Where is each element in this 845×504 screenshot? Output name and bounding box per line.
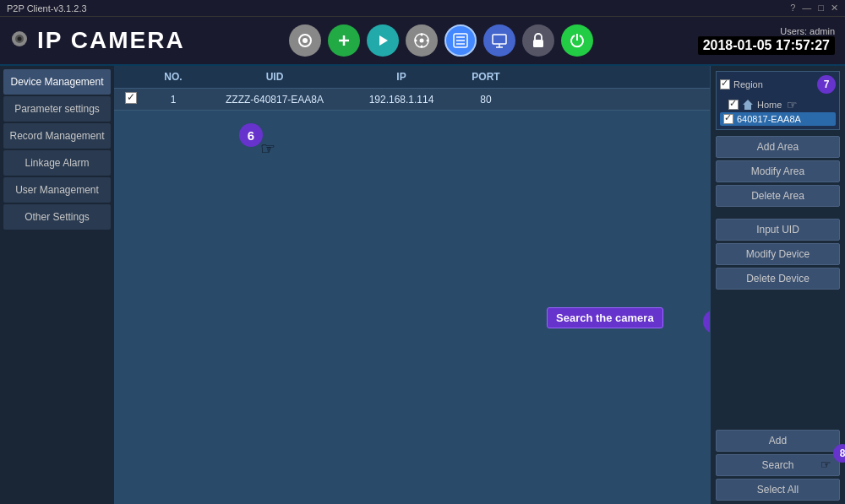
svg-point-13: [427, 40, 429, 42]
tree-home-checkbox[interactable]: [728, 100, 739, 110]
tree-header: Region 7: [720, 75, 836, 94]
cursor-tree: ☞: [787, 98, 798, 111]
table-row: 1 ZZZZ-640817-EAA8A 192.168.1.114 80: [114, 89, 710, 111]
step-8-label: 8: [840, 447, 845, 459]
svg-point-11: [421, 46, 423, 48]
input-uid-button[interactable]: Input UID: [716, 219, 840, 241]
row-uid: ZZZZ-640817-EAA8A: [199, 92, 351, 107]
tree-home-label: Home: [757, 100, 782, 110]
svg-point-9: [420, 39, 424, 43]
row-checkbox-cell: [114, 90, 148, 108]
app-title: IP CAMERA: [37, 27, 185, 54]
sidebar-item-other-settings[interactable]: Other Settings: [3, 204, 111, 230]
row-checkbox[interactable]: [125, 92, 137, 104]
main-layout: Device Management Parameter settings Rec…: [0, 66, 845, 504]
table-header: NO. UID IP PORT: [114, 66, 710, 89]
sidebar-item-linkage-alarm[interactable]: Linkage Alarm: [3, 150, 111, 176]
toolbar-config-btn[interactable]: [444, 24, 477, 57]
svg-marker-7: [379, 35, 388, 46]
search-camera-tooltip: Search the camera: [547, 307, 663, 328]
col-check-header: [114, 69, 148, 84]
row-port: 80: [452, 92, 520, 107]
modify-device-button[interactable]: Modify Device: [716, 243, 840, 265]
modify-area-button[interactable]: Modify Area: [716, 160, 840, 182]
content-area: NO. UID IP PORT 1 ZZZZ-640817-EAA8A 192.…: [114, 66, 710, 504]
svg-point-10: [421, 34, 423, 36]
tree-item-home[interactable]: Home ☞: [720, 97, 836, 112]
toolbar-monitor-btn[interactable]: [483, 24, 515, 57]
close-button[interactable]: ✕: [831, 3, 838, 14]
title-bar: P2P Client-v3.1.2.3 ? — □ ✕: [0, 0, 845, 17]
tree-device-checkbox[interactable]: [723, 114, 733, 124]
svg-point-2: [18, 37, 22, 41]
step-7-circle: 7: [817, 75, 836, 94]
col-no-header: NO.: [148, 69, 199, 84]
toolbar-camera-btn[interactable]: [289, 24, 321, 57]
tree-region-checkbox[interactable]: [720, 79, 730, 89]
col-ip-header: IP: [351, 69, 452, 84]
app-version: P2P Client-v3.1.2.3: [7, 3, 87, 14]
header-right: Users: admin 2018-01-05 17:57:27: [698, 26, 835, 55]
toolbar-settings-circle-btn[interactable]: [406, 24, 438, 57]
sidebar: Device Management Parameter settings Rec…: [0, 66, 114, 504]
tree-region-label: Region: [733, 79, 763, 89]
right-panel: Region 7 Home ☞ 640817-EAA8A Add Area Mo…: [710, 66, 845, 504]
sidebar-item-parameter-settings[interactable]: Parameter settings: [3, 96, 111, 122]
sidebar-item-device-management[interactable]: Device Management: [3, 69, 111, 95]
tooltip-text: Search the camera: [556, 312, 654, 324]
camera-icon: [10, 30, 29, 51]
svg-rect-21: [533, 40, 543, 47]
col-port-header: PORT: [452, 69, 520, 84]
toolbar: [289, 24, 593, 57]
maximize-button[interactable]: □: [818, 3, 824, 14]
step-7-label: 7: [824, 79, 830, 90]
search-button[interactable]: Search: [716, 454, 840, 476]
datetime: 2018-01-05 17:57:27: [698, 36, 835, 55]
add-area-button[interactable]: Add Area: [716, 136, 840, 158]
minimize-button[interactable]: —: [802, 3, 811, 14]
toolbar-add-btn[interactable]: [328, 24, 360, 57]
row-no: 1: [148, 92, 199, 107]
step-6-label: 6: [248, 128, 254, 143]
col-uid-header: UID: [199, 69, 351, 84]
toolbar-power-btn[interactable]: [561, 24, 593, 57]
add-button[interactable]: Add: [716, 430, 840, 452]
tree-section: Region 7 Home ☞ 640817-EAA8A: [716, 71, 840, 130]
sidebar-item-record-management[interactable]: Record Management: [3, 123, 111, 149]
sidebar-item-user-management[interactable]: User Management: [3, 177, 111, 203]
cursor-row: ☞: [260, 138, 275, 159]
tree-item-device[interactable]: 640817-EAA8A: [720, 112, 836, 126]
users-label: Users: admin: [780, 26, 835, 36]
header: IP CAMERA: [0, 17, 845, 66]
toolbar-lock-btn[interactable]: [522, 24, 554, 57]
delete-device-button[interactable]: Delete Device: [716, 268, 840, 290]
svg-rect-18: [493, 35, 506, 44]
tree-device-label: 640817-EAA8A: [737, 114, 801, 124]
svg-point-4: [303, 38, 308, 43]
svg-marker-23: [743, 100, 753, 110]
step-5-circle: 5: [703, 310, 710, 333]
help-button[interactable]: ?: [790, 3, 795, 14]
bottom-buttons: Add Search 8 ☞ Select All: [716, 430, 840, 501]
select-all-button[interactable]: Select All: [716, 479, 840, 501]
step-6-circle: 6: [239, 123, 263, 147]
row-ip: 192.168.1.114: [351, 92, 452, 107]
delete-area-button[interactable]: Delete Area: [716, 185, 840, 207]
svg-point-12: [415, 40, 417, 42]
toolbar-play-btn[interactable]: [367, 24, 399, 57]
